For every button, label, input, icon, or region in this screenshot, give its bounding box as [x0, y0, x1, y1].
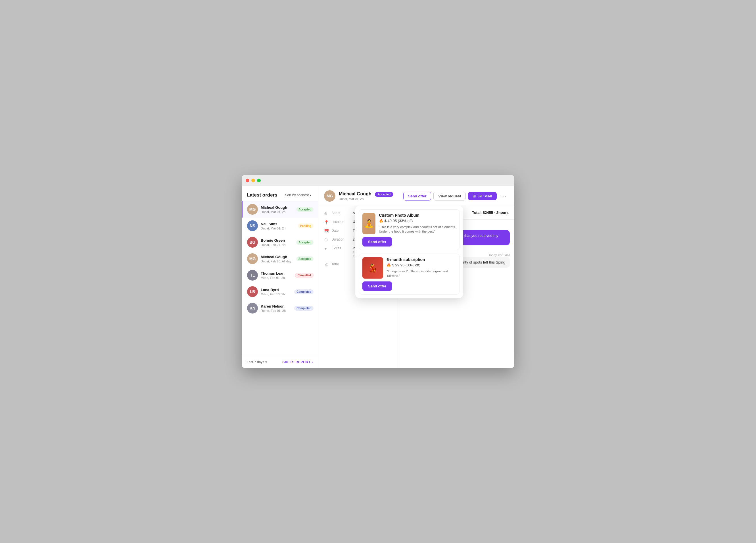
offer-card-2: 💃 6-month subsription 🔥 $ 99.95 (33% off…: [359, 254, 460, 295]
avatar: NS: [247, 220, 258, 231]
status-badge: Cancelled: [295, 273, 314, 278]
status-badge: Accepted: [296, 256, 314, 261]
topbar-name: Micheal Gough Accepted: [339, 191, 400, 197]
date-icon: 📅: [324, 229, 329, 233]
chevron-right-icon: ›: [312, 360, 313, 364]
order-item[interactable]: LB Lana Byrd Milan, Feb 13, 2h Completed: [242, 283, 318, 300]
sidebar-title: Latest orders: [247, 192, 277, 198]
order-name: Bonnie Green: [261, 238, 293, 243]
chevron-down-icon: ▾: [310, 194, 311, 197]
order-info: Lana Byrd Milan, Feb 13, 2h: [261, 288, 291, 296]
last-days-label: Last 7 days: [247, 360, 264, 364]
avatar: KN: [247, 303, 258, 314]
avatar: LB: [247, 286, 258, 297]
order-name: Karen Nelson: [261, 304, 291, 308]
detail-label-location: Location: [331, 220, 350, 224]
offer-image: 🧘: [362, 213, 375, 234]
status-badge: Completed: [294, 306, 314, 311]
offer-desc: "This is a very complex and beautiful se…: [379, 225, 456, 234]
offer-card-1: 🧘 Custom Photo Album 🔥 $ 49.95 (33% off)…: [359, 209, 460, 250]
sales-report-label: SALES REPORT: [282, 360, 310, 364]
order-info: Karen Nelson Rome, Feb 01, 2h: [261, 304, 291, 312]
view-request-button[interactable]: View request: [433, 192, 466, 201]
topbar-status-badge: Accepted: [375, 192, 393, 197]
detail-area: ⊕ Satus Accept... 📍 Location UAE, D... 📅…: [318, 206, 514, 368]
avatar: MG: [247, 253, 258, 264]
order-name: Micheal Gough: [261, 205, 293, 210]
offer-details: 6-month subsription 🔥 $ 99.95 (33% off) …: [387, 257, 456, 278]
offer-price: 🔥 $ 49.95 (33% off): [379, 219, 456, 223]
order-info: Micheal Gough Dubai, Mar 01, 2h: [261, 205, 293, 214]
status-badge: Completed: [294, 289, 314, 294]
offer-price: 🔥 $ 99.95 (33% off): [387, 263, 456, 267]
status-icon: ⊕: [324, 211, 329, 216]
topbar-sub: Dubai, Mar 01, 2h: [339, 197, 400, 201]
maximize-dot[interactable]: [257, 179, 261, 182]
detail-label-date: Date: [331, 229, 350, 233]
avatar: MG: [247, 204, 258, 215]
topbar-avatar: MG: [324, 190, 335, 202]
order-item[interactable]: BG Bonnie Green Dubai, Feb 27, 4h Accept…: [242, 234, 318, 250]
order-name: Neil Sims: [261, 222, 295, 226]
scan-count: 89: [477, 194, 481, 198]
order-sub: Milan, Feb 13, 2h: [261, 293, 291, 296]
topbar-name-text: Micheal Gough: [339, 191, 371, 196]
scan-button[interactable]: ⊞ 89 Scan: [468, 192, 497, 200]
offer-title: Custom Photo Album: [379, 213, 456, 218]
extras-icon: ✦: [324, 247, 329, 251]
sort-button[interactable]: Sort by soonest ▾: [283, 192, 313, 198]
order-sub: Milan, Feb 01, 2h: [261, 276, 292, 279]
send-offer-card-button[interactable]: Send offer: [362, 237, 392, 247]
minimize-dot[interactable]: [251, 179, 255, 182]
detail-label-total: Total: [331, 262, 350, 266]
avatar: BG: [247, 237, 258, 248]
sales-report-button[interactable]: SALES REPORT ›: [282, 360, 313, 364]
main-panel: MG Micheal Gough Accepted Dubai, Mar 01,…: [318, 186, 514, 368]
offer-image: 💃: [362, 257, 383, 279]
order-info: Bonnie Green Dubai, Feb 27, 4h: [261, 238, 293, 247]
scan-label: Scan: [483, 194, 492, 198]
order-info: Thomas Lean Milan, Feb 01, 2h: [261, 271, 292, 279]
send-offer-button[interactable]: Send offer: [403, 192, 431, 201]
order-sub: Dubai, Feb 27, 4h: [261, 243, 293, 247]
order-sub: Dubai, Mar 01, 2h: [261, 210, 293, 214]
offer-overlay: 🧘 Custom Photo Album 🔥 $ 49.95 (33% off)…: [355, 206, 463, 298]
status-badge: Pending: [298, 224, 314, 228]
order-sub: Rome, Feb 01, 2h: [261, 309, 291, 312]
detail-label-duration: Duration: [331, 237, 350, 241]
detail-label-status: Satus: [331, 211, 350, 215]
offer-title: 6-month subsription: [387, 257, 456, 262]
titlebar: [242, 175, 514, 186]
topbar: MG Micheal Gough Accepted Dubai, Mar 01,…: [318, 186, 514, 206]
detail-label-extras: Extras: [331, 246, 350, 250]
order-sub: Dubai, Feb 20, All day: [261, 260, 293, 263]
offer-desc: "Things from 2 different worlds: Figma a…: [387, 269, 456, 278]
avatar: TL: [247, 270, 258, 281]
total-value: Total: $2455 - 2hours: [472, 210, 509, 215]
status-badge: Accepted: [296, 207, 314, 212]
sidebar-header: Latest orders Sort by soonest ▾: [242, 186, 318, 201]
order-item[interactable]: NS Neil Sims Dubai, Mar 01, 2h Pending: [242, 218, 318, 234]
close-dot[interactable]: [246, 179, 249, 182]
more-button[interactable]: ⋯: [499, 192, 509, 200]
offer-card-top: 💃 6-month subsription 🔥 $ 99.95 (33% off…: [362, 257, 456, 279]
order-item[interactable]: KN Karen Nelson Rome, Feb 01, 2h Complet…: [242, 300, 318, 316]
order-name: Micheal Gough: [261, 255, 293, 259]
order-item[interactable]: TL Thomas Lean Milan, Feb 01, 2h Cancell…: [242, 267, 318, 283]
order-list: MG Micheal Gough Dubai, Mar 01, 2h Accep…: [242, 201, 318, 356]
order-item[interactable]: MG Micheal Gough Dubai, Feb 20, All day …: [242, 250, 318, 267]
order-info: Micheal Gough Dubai, Feb 20, All day: [261, 255, 293, 263]
order-name: Lana Byrd: [261, 288, 291, 292]
order-item[interactable]: MG Micheal Gough Dubai, Mar 01, 2h Accep…: [242, 201, 318, 218]
duration-icon: ⏱: [324, 238, 329, 242]
app-body: Latest orders Sort by soonest ▾ MG Miche…: [242, 186, 514, 368]
order-sub: Dubai, Mar 01, 2h: [261, 227, 295, 230]
topbar-info: Micheal Gough Accepted Dubai, Mar 01, 2h: [339, 191, 400, 201]
last-days-button[interactable]: Last 7 days ▾: [247, 360, 267, 364]
order-name: Thomas Lean: [261, 271, 292, 275]
send-offer-card-button[interactable]: Send offer: [362, 281, 392, 291]
total-icon: 🖨: [324, 262, 329, 267]
location-icon: 📍: [324, 220, 329, 225]
status-badge: Accepted: [296, 240, 314, 245]
chevron-down-icon: ▾: [265, 360, 267, 364]
